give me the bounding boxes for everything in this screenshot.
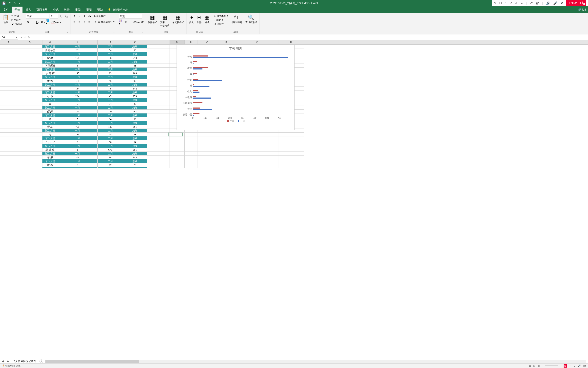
cell[interactable]: 73 [123,163,147,167]
decrease-decimal-icon[interactable]: ←.00 [139,20,143,24]
cell[interactable]: 总和 [123,45,147,48]
cell[interactable] [0,167,17,168]
cell[interactable]: 通 用 [43,156,57,159]
cell[interactable] [0,144,17,148]
cell[interactable] [17,136,43,140]
cell[interactable] [17,148,43,152]
cell[interactable]: 总和 [123,129,147,133]
merge-center-button[interactable]: ⊞ 合并后居中 ▾ [98,20,115,24]
cell[interactable] [170,152,184,156]
cell[interactable] [17,152,43,156]
cell[interactable]: 总和 [123,91,147,94]
cell[interactable]: 收 到 [43,163,57,167]
cell[interactable]: 员工/月份 [43,68,57,71]
cell[interactable]: 一月 [57,129,98,133]
cell[interactable]: 员工/月份 [43,60,57,64]
cell[interactable] [217,167,236,168]
cell[interactable] [170,167,184,168]
cell[interactable]: 81 [123,64,147,68]
cell[interactable] [17,87,43,91]
cell[interactable] [147,83,170,87]
cell[interactable]: 98 [98,156,123,159]
cell[interactable] [17,45,43,48]
wand-icon[interactable]: ✦ [520,1,523,5]
cell[interactable] [184,152,198,156]
cell[interactable] [17,144,43,148]
cell[interactable] [0,129,17,133]
cell[interactable]: 看 [43,102,57,106]
cell[interactable]: 傲霜斗雪 [43,48,57,52]
cell[interactable] [198,152,217,156]
cell[interactable] [0,136,17,140]
cell[interactable]: 二月 [98,121,123,125]
cell[interactable]: 8 [57,140,98,144]
speaker-icon[interactable]: 🔊 [546,1,550,5]
cell[interactable]: 二月 [98,52,123,56]
cell[interactable]: 一月 [57,98,98,102]
cell[interactable] [17,91,43,94]
cell[interactable]: 154 [57,56,98,60]
cell[interactable]: 54 [98,48,123,52]
cell[interactable]: 计 划 [43,94,57,98]
cell[interactable]: 一月 [57,52,98,56]
cell[interactable] [0,110,17,113]
cell[interactable] [17,75,43,79]
cell[interactable]: 78 [98,64,123,68]
cell[interactable]: 210 [123,56,147,60]
cell[interactable] [17,94,43,98]
cell[interactable] [147,68,170,71]
cell[interactable]: 143 [123,156,147,159]
cell[interactable] [198,167,217,168]
cell[interactable] [17,60,43,64]
col-header-K[interactable]: K [123,40,147,44]
cell[interactable] [278,159,304,163]
cell[interactable]: 吧 [43,87,57,91]
col-header-F[interactable]: F [0,40,17,44]
tab-home[interactable]: 开始 [12,7,23,13]
cell[interactable]: 二月 [98,129,123,133]
cell[interactable] [147,87,170,91]
cell[interactable]: 一月 [57,106,98,110]
cell[interactable] [198,148,217,152]
cell[interactable] [147,56,170,60]
square-icon[interactable]: □ [500,1,502,5]
cell[interactable] [147,129,170,133]
cell[interactable]: 二月 [98,159,123,163]
cell[interactable]: 总和 [123,75,147,79]
cell[interactable]: 168 [123,71,147,75]
cut-button[interactable]: ✂剪切 [11,14,22,18]
cell[interactable] [147,60,170,64]
cell[interactable]: 12 [57,48,98,52]
cell[interactable] [236,140,278,144]
cell[interactable]: 员工/月份 [43,129,57,133]
cell[interactable]: 142 [123,87,147,91]
chevron-down-icon[interactable]: ▾ [16,36,17,39]
cell[interactable] [217,156,236,159]
autosum-button[interactable]: Σ 自动求和 ▾ [214,14,228,18]
cell[interactable] [147,121,170,125]
tab-insert[interactable]: 插入 [23,7,34,13]
cell[interactable]: 678 [98,148,123,152]
tab-formulas[interactable]: 公式 [51,7,61,13]
border-icon[interactable]: ⊞▾ [41,20,45,24]
cell[interactable] [0,83,17,87]
align-right-icon[interactable]: ≡ [82,19,87,24]
cell[interactable] [17,140,43,144]
cell[interactable]: 员工/月份 [43,167,57,168]
sort-filter-button[interactable]: ᴬ↓排序和筛选 [230,14,243,24]
cell[interactable] [184,167,198,168]
cell[interactable]: 56 [98,56,123,60]
align-left-icon[interactable]: ≡ [72,19,76,24]
cell[interactable]: 39 [123,117,147,121]
cell[interactable] [236,133,278,136]
cell[interactable]: 二月 [98,45,123,48]
cell[interactable] [147,159,170,163]
cell[interactable] [198,133,217,136]
cell[interactable]: 总和 [123,167,147,168]
cell[interactable]: 78 [57,110,98,113]
chart-salary[interactable]: 工资图表 看来考框架看计划吧收到水电费下得厨房按说傲霜斗雪01002003004… [176,45,295,130]
cell[interactable] [0,64,17,68]
conditional-format-button[interactable]: ▦条件格式 [147,14,158,24]
cell[interactable]: 一月 [57,113,98,117]
orientation-icon[interactable]: ⤭▾ [88,14,92,18]
